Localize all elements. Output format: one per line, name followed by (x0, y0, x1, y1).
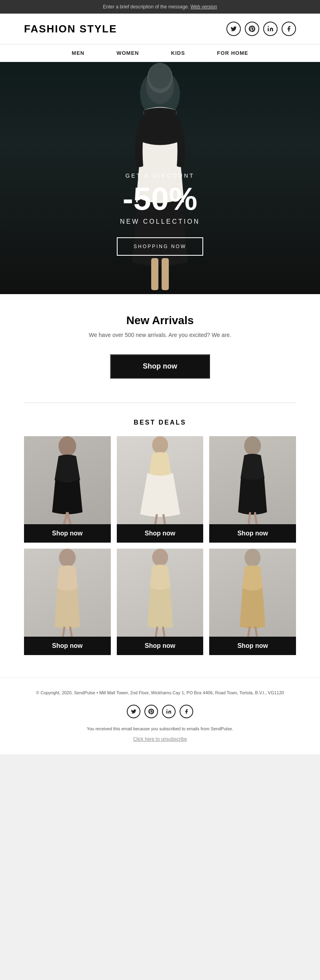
product-2-shop-button[interactable]: Shop now (117, 524, 204, 543)
facebook-footer-icon[interactable] (180, 705, 193, 718)
new-arrivals-section: New Arrivals We have over 500 new arriva… (0, 294, 320, 395)
footer-copyright: © Copyright, 2020, SendPulse • Mill Mall… (24, 689, 296, 697)
logo: FASHION STYLE (24, 23, 117, 35)
svg-point-10 (152, 436, 168, 454)
top-bar-message: Enter a brief description of the message… (103, 4, 189, 10)
hero-content: GET A DISCOUNT -50% NEW COLLECTION SHOPP… (117, 172, 203, 256)
linkedin-header-icon[interactable] (263, 22, 278, 36)
section-divider (24, 403, 296, 403)
svg-point-7 (58, 436, 76, 456)
product-card-1: Shop now (24, 436, 111, 543)
product-image-2 (117, 436, 204, 524)
product-image-5 (117, 549, 204, 637)
svg-point-13 (244, 436, 261, 455)
svg-point-22 (245, 549, 261, 567)
email-wrapper: Enter a brief description of the message… (0, 0, 320, 754)
product-image-6 (209, 549, 296, 637)
new-arrivals-description: We have over 500 new arrivals. Are you e… (24, 332, 296, 338)
linkedin-footer-icon[interactable] (162, 705, 176, 718)
nav-item-for-home[interactable]: FOR HOME (217, 50, 248, 56)
twitter-header-icon[interactable] (226, 22, 241, 36)
hero-collection: NEW COLLECTION (117, 218, 203, 225)
unsubscribe-link[interactable]: Click here to unsubscribe (133, 736, 187, 742)
nav-item-kids[interactable]: KIDS (171, 50, 185, 56)
svg-point-4 (149, 63, 171, 89)
hero-subtitle: GET A DISCOUNT (117, 172, 203, 179)
svg-point-25 (166, 709, 167, 710)
product-image-1 (24, 436, 111, 524)
header: FASHION STYLE (0, 14, 320, 44)
svg-point-0 (268, 26, 269, 27)
product-6-shop-button[interactable]: Shop now (209, 637, 296, 655)
product-5-shop-button[interactable]: Shop now (117, 637, 204, 655)
top-bar: Enter a brief description of the message… (0, 0, 320, 14)
header-social-icons (226, 22, 296, 36)
product-card-4: Shop now (24, 549, 111, 655)
svg-rect-6 (162, 258, 169, 290)
product-1-shop-button[interactable]: Shop now (24, 524, 111, 543)
footer: © Copyright, 2020, SendPulse • Mill Mall… (0, 677, 320, 754)
hero-section: GET A DISCOUNT -50% NEW COLLECTION SHOPP… (0, 62, 320, 294)
product-card-6: Shop now (209, 549, 296, 655)
facebook-header-icon[interactable] (282, 22, 296, 36)
product-4-shop-button[interactable]: Shop now (24, 637, 111, 655)
new-arrivals-shop-button[interactable]: Shop now (110, 354, 210, 379)
product-image-3 (209, 436, 296, 524)
products-row-2: Shop now Shop now (24, 549, 296, 655)
svg-point-19 (152, 549, 168, 566)
hero-shopping-button[interactable]: SHOPPING NOW (117, 237, 203, 256)
footer-subscription-text: You received this email because you subs… (24, 726, 296, 731)
pinterest-header-icon[interactable] (245, 22, 259, 36)
web-version-link[interactable]: Web version (190, 4, 217, 10)
nav-item-men[interactable]: MEN (72, 50, 84, 56)
best-deals-section: BEST DEALS Shop now (0, 411, 320, 677)
product-card-5: Shop now (117, 549, 204, 655)
new-arrivals-title: New Arrivals (24, 314, 296, 327)
footer-social-icons (24, 705, 296, 718)
hero-discount: -50% (117, 183, 203, 215)
navigation: MEN WOMEN KIDS FOR HOME (0, 44, 320, 62)
product-image-4 (24, 549, 111, 637)
svg-rect-5 (151, 258, 158, 290)
svg-point-16 (59, 549, 76, 567)
products-row-1: Shop now Shop now (24, 436, 296, 543)
product-card-3: Shop now (209, 436, 296, 543)
best-deals-title: BEST DEALS (24, 419, 296, 426)
pinterest-footer-icon[interactable] (144, 705, 158, 718)
nav-item-women[interactable]: WOMEN (116, 50, 139, 56)
product-3-shop-button[interactable]: Shop now (209, 524, 296, 543)
product-card-2: Shop now (117, 436, 204, 543)
twitter-footer-icon[interactable] (127, 705, 140, 718)
